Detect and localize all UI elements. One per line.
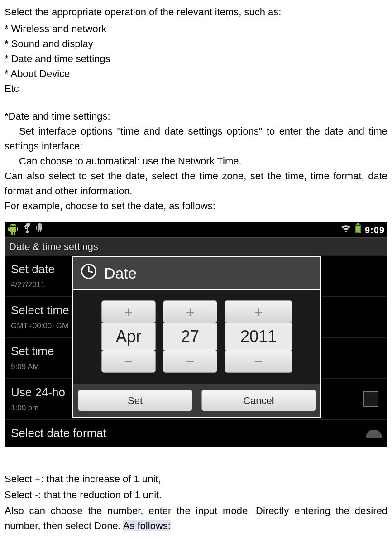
android-screenshot: 9:09 Date & time settings Set date 4/27/… [5, 222, 387, 447]
svg-rect-2 [10, 227, 16, 232]
status-bar: 9:09 [5, 222, 387, 237]
bullet-item: * Wireless and network [5, 21, 387, 36]
intro-line: Select the appropriate operation of the … [5, 5, 387, 19]
bullet-text: Sound and display [11, 38, 93, 49]
text-span: Also can choose the number, enter the in… [5, 505, 387, 531]
svg-rect-3 [8, 227, 10, 231]
debug-icon [35, 222, 44, 237]
wifi-icon [340, 222, 351, 237]
day-spinner: + 27 − [163, 300, 217, 373]
year-value[interactable]: 2011 [225, 323, 292, 350]
svg-rect-13 [36, 226, 37, 230]
month-value[interactable]: Apr [101, 323, 156, 350]
svg-rect-15 [38, 230, 39, 232]
list-item-date-format[interactable]: Select date format [5, 419, 387, 447]
text-line: Select +: that the increase of 1 unit, [5, 472, 387, 486]
svg-point-17 [345, 231, 347, 232]
year-plus-button[interactable]: + [225, 300, 292, 323]
section-para: Set interface options "time and date set… [5, 124, 387, 154]
year-minus-button[interactable]: − [225, 350, 292, 373]
dialog-body: + Apr − + 27 − + 2011 − Set Cancel [73, 290, 320, 417]
settings-title-bar: Date & time settings [5, 237, 387, 255]
day-minus-button[interactable]: − [163, 350, 217, 373]
svg-rect-12 [38, 226, 42, 230]
svg-rect-6 [14, 232, 15, 235]
day-plus-button[interactable]: + [163, 300, 217, 323]
battery-icon [355, 222, 361, 237]
text-line: Select -: that the reduction of 1 unit. [5, 487, 387, 502]
checkbox[interactable] [363, 391, 378, 407]
status-time: 9:09 [365, 223, 385, 237]
month-minus-button[interactable]: − [101, 350, 156, 373]
svg-point-0 [11, 225, 12, 226]
intro-block: Select the appropriate operation of the … [5, 5, 387, 96]
bullet-item: Etc [5, 81, 387, 96]
date-time-section: *Date and time settings: Set interface o… [5, 109, 387, 213]
dialog-title: Date [104, 262, 137, 285]
bugdroid-icon [7, 224, 19, 236]
svg-rect-16 [40, 230, 41, 232]
cancel-button[interactable]: Cancel [201, 390, 316, 411]
svg-rect-4 [17, 227, 18, 231]
follow-up-block: Select +: that the increase of 1 unit, S… [5, 472, 387, 533]
section-para: For example, choose to set the date, as … [5, 198, 387, 213]
svg-rect-10 [29, 224, 30, 225]
svg-line-24 [89, 271, 92, 272]
svg-point-11 [24, 226, 26, 227]
usb-icon [24, 222, 31, 237]
svg-point-9 [26, 231, 28, 233]
section-heading: *Date and time settings: [5, 109, 387, 124]
settings-title: Date & time settings [9, 239, 98, 254]
bullet-item: * About Device [5, 66, 387, 81]
dialog-actions: Set Cancel [73, 384, 320, 417]
section-para: Can choose to automatical: use the Netwo… [5, 154, 387, 168]
bullet-item: * Sound and display [5, 36, 387, 51]
month-spinner: + Apr − [101, 300, 156, 373]
clock-icon [80, 262, 98, 284]
section-para: Can also select to set the date, select … [5, 168, 387, 198]
date-picker-dialog: Date + Apr − + 27 − + 2011 − [72, 256, 321, 418]
day-value[interactable]: 27 [163, 323, 217, 350]
dialog-title-bar: Date [73, 257, 320, 290]
svg-rect-5 [11, 232, 13, 235]
text-line: Also can choose the number, enter the in… [5, 503, 387, 533]
svg-rect-14 [43, 226, 43, 230]
year-spinner: + 2011 − [225, 300, 292, 373]
date-spinners: + Apr − + 27 − + 2011 − [101, 300, 292, 373]
month-plus-button[interactable]: + [101, 300, 156, 323]
set-button[interactable]: Set [78, 390, 192, 411]
list-item-title: Select date format [11, 424, 381, 442]
svg-point-1 [14, 225, 15, 226]
svg-rect-20 [356, 226, 360, 232]
bullet-prefix-bold: * [5, 38, 11, 49]
highlighted-text: As follows: [123, 520, 171, 531]
bullet-list: * Wireless and network * Sound and displ… [5, 21, 387, 96]
bullet-item: * Date and time settings [5, 51, 387, 66]
